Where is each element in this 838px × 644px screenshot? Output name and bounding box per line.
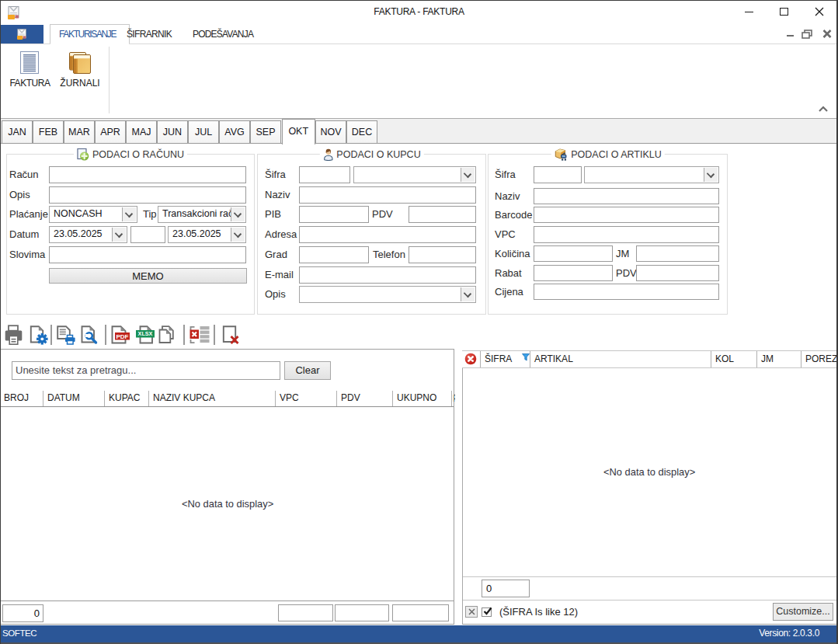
svg-text:PDF: PDF	[116, 333, 129, 340]
svg-text:XLSX: XLSX	[138, 330, 153, 337]
